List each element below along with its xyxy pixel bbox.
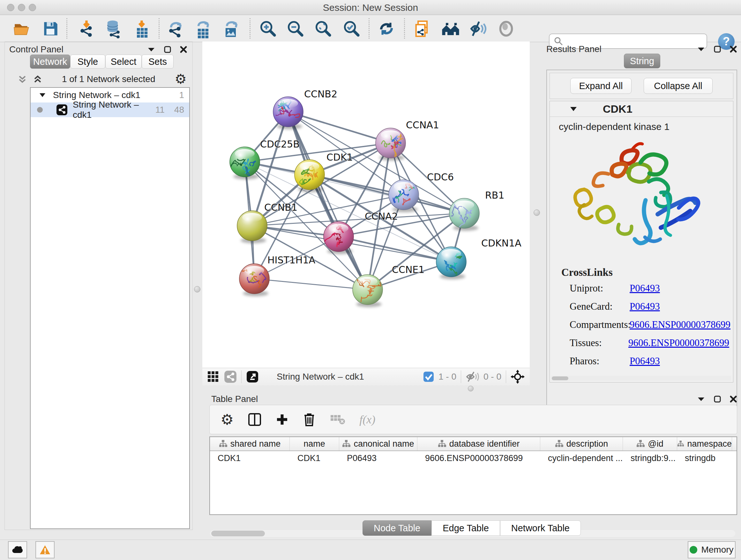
- zoom-in-button[interactable]: [258, 19, 278, 39]
- table-cell[interactable]: CDK1: [210, 451, 290, 465]
- grid-view-icon[interactable]: [207, 370, 219, 383]
- column-header-namespace[interactable]: namespace: [677, 437, 732, 450]
- table-cell[interactable]: P06493: [339, 451, 417, 465]
- expand-all-button[interactable]: Expand All: [570, 78, 631, 94]
- selected-checkbox-icon[interactable]: [423, 371, 434, 382]
- results-hscrollbar[interactable]: [551, 376, 731, 381]
- add-column-icon[interactable]: [276, 413, 288, 426]
- table-cell[interactable]: 9606.ENSP00000378699: [417, 451, 540, 465]
- tab-node-table[interactable]: Node Table: [362, 520, 431, 536]
- control-panel-tabs: Network Style Select Sets: [30, 55, 174, 69]
- results-panel-title: Results Panel: [546, 44, 602, 54]
- panel-menu-icon[interactable]: [697, 46, 705, 52]
- import-network-database-button[interactable]: [104, 19, 123, 39]
- birds-eye-view-button[interactable]: [496, 19, 516, 39]
- tab-style[interactable]: Style: [70, 55, 105, 69]
- expand-all-chevron-icon[interactable]: [33, 74, 43, 84]
- namespace-tree-icon: [636, 440, 645, 448]
- warnings-button[interactable]: [36, 541, 55, 558]
- network-node-ccna2[interactable]: [323, 222, 354, 254]
- table-cell[interactable]: CDK1: [290, 451, 339, 465]
- open-session-button[interactable]: [12, 19, 32, 39]
- home-button[interactable]: [441, 19, 461, 39]
- string-share-icon[interactable]: [224, 370, 237, 383]
- table-settings-gear-icon[interactable]: ⚙: [220, 412, 233, 427]
- network-row[interactable]: String Network – cdk1 11 48: [30, 103, 189, 117]
- network-node-rb1[interactable]: [449, 198, 479, 231]
- clone-network-button[interactable]: [412, 19, 432, 39]
- tab-network[interactable]: Network: [30, 55, 70, 69]
- right-splitter-handle[interactable]: [534, 209, 540, 216]
- crosslink-link[interactable]: P06493: [630, 301, 660, 312]
- tab-select[interactable]: Select: [105, 55, 142, 69]
- network-canvas[interactable]: CCNB2CCNA1CDC25BCDK1CDC6RB1CCNB1CCNA2CDK…: [202, 42, 530, 368]
- import-table-file-button[interactable]: [132, 19, 151, 39]
- column-header-name[interactable]: name: [290, 437, 339, 450]
- tab-string[interactable]: String: [624, 54, 660, 68]
- panel-float-icon[interactable]: [164, 46, 172, 53]
- export-image-button[interactable]: [221, 19, 241, 39]
- export-table-button[interactable]: [193, 19, 213, 39]
- network-node-cdk1[interactable]: [294, 160, 325, 192]
- zoom-out-button[interactable]: [286, 19, 306, 39]
- toolbar-separator: [158, 18, 159, 39]
- table-cell[interactable]: cyclin-dependent ...: [540, 451, 623, 465]
- column-header-shared-name[interactable]: shared name: [210, 437, 290, 450]
- panel-float-icon[interactable]: [714, 45, 721, 53]
- column-header-canonical-name[interactable]: canonical name: [339, 437, 417, 450]
- tab-sets[interactable]: Sets: [142, 55, 174, 69]
- panel-float-icon[interactable]: [714, 395, 721, 403]
- crosslink-link[interactable]: P06493: [630, 355, 660, 367]
- panel-menu-icon[interactable]: [697, 396, 705, 402]
- network-node-ccnb1[interactable]: [237, 211, 267, 243]
- table-cell[interactable]: stringdb: [677, 451, 732, 465]
- window-title: Session: New Session: [0, 2, 741, 13]
- network-node-ccne1[interactable]: [353, 274, 383, 307]
- horizontal-splitter-handle[interactable]: [468, 386, 474, 391]
- panel-menu-icon[interactable]: [147, 47, 155, 52]
- delete-column-icon[interactable]: [302, 412, 316, 427]
- show-columns-icon[interactable]: [248, 413, 262, 427]
- show-graphics-details-button[interactable]: [468, 19, 488, 39]
- delete-table-icon: [330, 413, 345, 426]
- panel-close-icon[interactable]: [180, 46, 187, 53]
- memory-button[interactable]: Memory: [688, 541, 736, 558]
- collapse-all-chevron-icon[interactable]: [17, 74, 27, 84]
- left-splitter-handle[interactable]: [194, 286, 200, 293]
- tree-expander-icon[interactable]: [39, 92, 46, 98]
- network-node-cdkn1a[interactable]: [436, 247, 466, 279]
- table-cell[interactable]: stringdb:9...: [623, 451, 677, 465]
- zoom-selected-button[interactable]: [342, 19, 361, 39]
- toolbar-separator: [368, 18, 369, 39]
- network-options-gear-icon[interactable]: ⚙: [175, 72, 187, 86]
- table-row[interactable]: CDK1CDK1P064939606.ENSP00000378699cyclin…: [210, 451, 737, 465]
- zoom-fit-button[interactable]: [313, 19, 333, 39]
- network-edge[interactable]: [288, 112, 391, 143]
- crosslink-link[interactable]: 9606.ENSP00000378699: [628, 337, 729, 349]
- detach-view-icon[interactable]: [246, 370, 259, 383]
- network-graph[interactable]: CCNB2CCNA1CDC25BCDK1CDC6RB1CCNB1CCNA2CDK…: [202, 42, 530, 368]
- column-header-description[interactable]: description: [540, 437, 623, 450]
- network-node-hist1h1a[interactable]: [238, 264, 269, 296]
- table-body: CDK1CDK1P064939606.ENSP00000378699cyclin…: [210, 451, 737, 465]
- network-node-cdc25b[interactable]: [230, 147, 260, 179]
- crosslink-link[interactable]: 9606.ENSP00000378699: [630, 319, 731, 330]
- save-session-button[interactable]: [41, 19, 61, 39]
- cloud-button[interactable]: [8, 541, 27, 558]
- collapse-protein-icon[interactable]: [569, 106, 577, 112]
- tab-network-table[interactable]: Network Table: [500, 520, 581, 536]
- collapse-all-button[interactable]: Collapse All: [644, 78, 713, 94]
- column-header-database-identifier[interactable]: database identifier: [417, 437, 540, 450]
- network-edge[interactable]: [339, 237, 451, 262]
- tab-edge-table[interactable]: Edge Table: [431, 520, 500, 536]
- network-node-cdc6[interactable]: [389, 180, 419, 212]
- crosslink-link[interactable]: P06493: [630, 283, 660, 294]
- refresh-styles-button[interactable]: [377, 19, 396, 39]
- column-header--id[interactable]: @id: [623, 437, 677, 450]
- panel-close-icon[interactable]: [730, 45, 737, 53]
- network-node-ccna1[interactable]: [376, 128, 406, 161]
- export-network-button[interactable]: [166, 19, 186, 39]
- import-network-file-button[interactable]: [77, 19, 96, 39]
- pan-crosshair-icon[interactable]: [511, 370, 525, 384]
- panel-close-icon[interactable]: [730, 395, 737, 403]
